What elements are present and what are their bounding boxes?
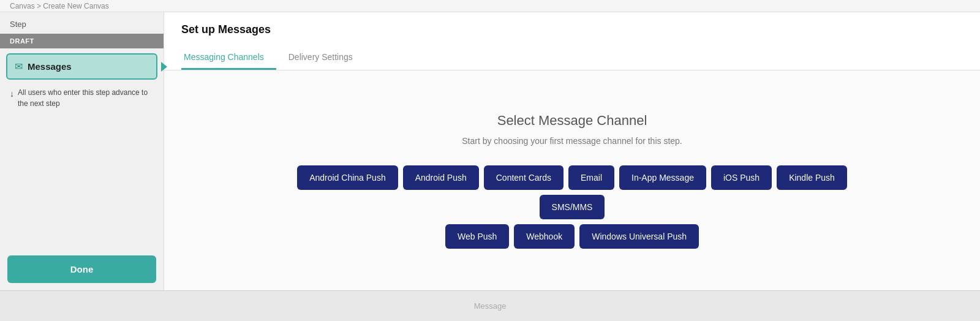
channel-buttons-row1: Android China PushAndroid PushContent Ca… xyxy=(296,165,848,219)
sidebar-info-text: All users who enter this step advance to… xyxy=(18,87,154,109)
channel-btn-web-push[interactable]: Web Push xyxy=(445,224,509,249)
channel-selection-area: Select Message Channel Start by choosing… xyxy=(164,70,980,290)
channel-btn-android-china-push[interactable]: Android China Push xyxy=(297,165,398,190)
tab-delivery-settings[interactable]: Delivery Settings xyxy=(286,46,365,70)
arrow-right-indicator xyxy=(161,62,167,72)
channel-btn-in-app-message[interactable]: In-App Message xyxy=(619,165,706,190)
channel-selection-subtitle: Start by choosing your first message cha… xyxy=(462,136,682,146)
main-layout: Step DRAFT ✉ Messages ↓ All users who en… xyxy=(0,12,980,290)
page-title: Set up Messages xyxy=(181,23,963,36)
channel-btn-email[interactable]: Email xyxy=(568,165,614,190)
channel-btn-kindle-push[interactable]: Kindle Push xyxy=(777,165,847,190)
sidebar: Step DRAFT ✉ Messages ↓ All users who en… xyxy=(0,12,164,290)
channel-btn-sms/mms[interactable]: SMS/MMS xyxy=(540,195,605,219)
bottom-message-text: Message xyxy=(474,301,507,311)
down-arrow-icon: ↓ xyxy=(10,88,14,100)
channel-btn-windows-universal-push[interactable]: Windows Universal Push xyxy=(579,224,699,249)
messages-item-label: Messages xyxy=(28,61,72,72)
channel-btn-content-cards[interactable]: Content Cards xyxy=(484,165,564,190)
tabs: Messaging Channels Delivery Settings xyxy=(181,46,963,70)
channel-btn-webhook[interactable]: Webhook xyxy=(514,224,575,249)
tab-messaging-channels[interactable]: Messaging Channels xyxy=(181,46,276,70)
sidebar-spacer xyxy=(0,119,164,248)
main-header: Set up Messages Messaging Channels Deliv… xyxy=(164,12,980,70)
channel-selection-title: Select Message Channel xyxy=(497,113,647,129)
done-button[interactable]: Done xyxy=(7,255,156,283)
channel-btn-ios-push[interactable]: iOS Push xyxy=(711,165,772,190)
channel-btn-android-push[interactable]: Android Push xyxy=(403,165,479,190)
sidebar-info: ↓ All users who enter this step advance … xyxy=(0,82,164,119)
channel-buttons-row2: Web PushWebhookWindows Universal Push xyxy=(445,224,699,249)
draft-badge: DRAFT xyxy=(0,34,164,48)
step-label: Step xyxy=(0,12,164,34)
messages-sidebar-item[interactable]: ✉ Messages xyxy=(6,53,157,80)
top-bar: Canvas > Create New Canvas xyxy=(0,0,980,12)
send-icon: ✉ xyxy=(15,61,23,72)
bottom-area: Message xyxy=(0,290,980,321)
main-content: Set up Messages Messaging Channels Deliv… xyxy=(164,12,980,290)
breadcrumb: Canvas > Create New Canvas xyxy=(10,2,109,10)
